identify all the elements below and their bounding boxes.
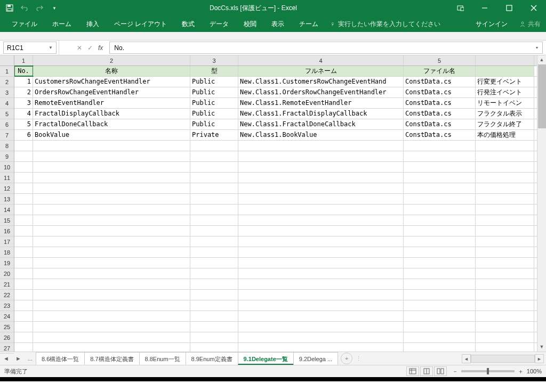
cell[interactable] [476,332,534,342]
ribbon-tab[interactable]: 表示 [264,16,292,32]
cell[interactable] [404,279,476,289]
cell[interactable] [14,194,33,204]
cell[interactable]: 5 [14,119,33,129]
header-cell[interactable]: ファイル名 [404,66,476,76]
cell[interactable] [404,162,476,172]
row-header[interactable]: 3 [0,87,14,98]
cell[interactable] [476,268,534,279]
cell[interactable]: 行発注イベント [476,87,534,97]
cell[interactable] [404,141,476,151]
tab-nav-ellipsis[interactable]: ... [25,355,36,362]
header-cell[interactable]: No. [14,66,33,76]
cell[interactable] [404,268,476,279]
cell[interactable] [238,151,404,161]
cell[interactable] [33,322,190,332]
cell[interactable] [404,300,476,311]
hscroll-track[interactable] [471,355,535,363]
cell[interactable] [14,332,33,342]
cell[interactable]: ConstData.cs [404,130,476,140]
ribbon-tab[interactable]: 挿入 [79,16,107,32]
cell[interactable] [33,151,190,161]
cell[interactable] [238,173,404,183]
cell[interactable] [476,279,534,289]
row-header[interactable]: 16 [0,226,14,236]
cell[interactable] [476,311,534,321]
cell[interactable] [14,173,33,183]
redo-icon[interactable] [35,4,44,12]
cell[interactable] [476,300,534,311]
column-header[interactable] [476,55,534,66]
scroll-down-icon[interactable]: ▼ [537,342,546,352]
cell[interactable]: ConstData.cs [404,87,476,97]
row-header[interactable]: 5 [0,109,14,119]
row-header[interactable]: 21 [0,279,14,290]
row-header[interactable]: 11 [0,173,14,183]
cell[interactable] [33,279,190,289]
ribbon-tab[interactable]: ホーム [45,16,79,32]
cell[interactable] [190,151,238,161]
cell[interactable]: フラクタル表示 [476,109,534,119]
cell[interactable] [238,311,404,321]
cell[interactable] [238,332,404,342]
cell[interactable] [476,258,534,268]
cell[interactable] [190,300,238,311]
cell[interactable]: 2 [14,87,33,97]
page-break-view-icon[interactable] [434,366,447,376]
sheet-tab[interactable]: 8.9Enum定義書 [186,352,238,365]
cell[interactable]: New.Class1.CustomersRowChangeEventHand [238,77,404,87]
cell[interactable] [14,236,33,247]
cell[interactable] [404,183,476,193]
cell[interactable]: 3 [14,98,33,108]
cell[interactable] [238,183,404,193]
select-all-corner[interactable] [0,55,14,66]
ribbon-tab[interactable]: 数式 [174,16,202,32]
cell[interactable] [404,290,476,300]
cell[interactable] [14,183,33,193]
row-header[interactable]: 13 [0,194,14,205]
cell[interactable]: New.Class1.BookValue [238,130,404,140]
enter-icon[interactable]: ✓ [87,44,93,52]
header-cell[interactable]: フルネーム [238,66,404,76]
cell[interactable]: Public [190,98,238,108]
cell[interactable] [404,194,476,204]
cell[interactable] [404,343,476,352]
cell[interactable]: BookValue [33,130,190,140]
cell[interactable] [404,215,476,225]
scroll-up-icon[interactable]: ▲ [537,55,546,64]
cell[interactable]: Public [190,87,238,97]
share-button[interactable]: 共有 [514,20,546,29]
row-header[interactable]: 1 [0,66,14,77]
ribbon-tab[interactable]: ファイル [4,16,45,32]
cell[interactable] [404,322,476,332]
cell[interactable]: New.Class1.OrdersRowChangeEventHandler [238,87,404,97]
sheet-tab[interactable]: 8.8Enum一覧 [139,352,186,365]
cell[interactable] [33,226,190,236]
chevron-down-icon[interactable]: ▼ [49,45,53,50]
zoom-out-button[interactable]: － [452,368,458,375]
row-header[interactable]: 24 [0,311,14,322]
cell[interactable]: CustomersRowChangeEventHandler [33,77,190,87]
cell[interactable] [33,215,190,225]
formula-input[interactable]: No. ▾ [109,42,543,54]
zoom-slider-thumb[interactable] [487,368,489,374]
header-cell[interactable]: 名称 [33,66,190,76]
cell[interactable] [190,205,238,215]
cell[interactable]: OrdersRowChangeEventHandler [33,87,190,97]
cell[interactable] [404,332,476,342]
cell[interactable]: New.Class1.FractalDisplayCallback [238,109,404,119]
fx-icon[interactable]: fx [98,44,103,52]
cell[interactable] [238,322,404,332]
cell[interactable] [14,322,33,332]
cell[interactable]: 1 [14,77,33,87]
column-header[interactable]: 2 [33,55,190,66]
cell[interactable] [404,236,476,247]
cell[interactable]: New.Class1.FractalDoneCallback [238,119,404,129]
cell[interactable] [404,205,476,215]
cell[interactable] [190,311,238,321]
signin-button[interactable]: サインイン [469,20,514,29]
cell[interactable]: Public [190,119,238,129]
minimize-icon[interactable] [472,0,497,16]
cell[interactable] [190,183,238,193]
cell[interactable] [33,173,190,183]
cell[interactable] [33,162,190,172]
